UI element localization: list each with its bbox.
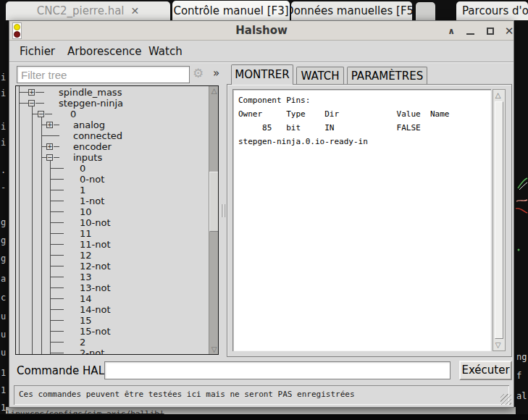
tree-collapse-icon[interactable]: −: [38, 111, 44, 117]
executer-button[interactable]: Exécuter: [459, 361, 512, 380]
bg-tab-donnees-manuelles[interactable]: Données manuelles [F5]: [291, 1, 412, 20]
tree-row[interactable]: 1-not: [16, 196, 207, 206]
tree-item-label[interactable]: 15: [80, 315, 92, 326]
tree-row[interactable]: 12: [16, 250, 207, 261]
tree-row[interactable]: 12-not: [16, 261, 207, 272]
tree-item-label[interactable]: 2: [80, 337, 85, 348]
tree-row[interactable]: 2: [16, 337, 207, 348]
tree-row[interactable]: +encoder: [16, 141, 207, 152]
tree-row[interactable]: 0: [16, 163, 207, 174]
tree-row[interactable]: 14-not: [16, 304, 207, 315]
tree-item-label[interactable]: stepgen-ninja: [59, 98, 123, 109]
tree-row[interactable]: 13-not: [16, 282, 207, 293]
tree-connector: [50, 287, 64, 288]
pin-output-area[interactable]: Component Pins: Owner Type Dir Value Nam…: [232, 89, 491, 351]
tree-row[interactable]: 2-not: [16, 348, 207, 355]
menu-watch[interactable]: Watch: [146, 41, 185, 62]
tree-item-label[interactable]: 13-not: [80, 282, 111, 293]
tree-collapse-icon[interactable]: −: [46, 154, 53, 161]
tree-item-label[interactable]: 1: [80, 185, 85, 196]
tab-close-icon[interactable]: ✕: [131, 5, 140, 17]
tree-item-label[interactable]: 0: [80, 163, 85, 174]
tree-row[interactable]: +analog: [16, 119, 207, 130]
tree-item-label[interactable]: 13: [80, 272, 92, 282]
tree-expand-icon[interactable]: +: [46, 122, 53, 128]
tree-connector: [50, 255, 64, 256]
tree-connector: [50, 331, 64, 332]
scroll-down-icon[interactable]: ▽: [209, 345, 219, 353]
scroll-up-icon[interactable]: △: [209, 87, 219, 95]
tree-row[interactable]: 14: [16, 293, 207, 304]
scroll-up-icon[interactable]: △: [493, 91, 503, 99]
tree-scrollbar[interactable]: △ ▽: [209, 86, 219, 354]
tree-connector: [50, 190, 64, 190]
tree-item-label[interactable]: 12: [80, 250, 92, 261]
tree-item-label[interactable]: encoder: [73, 141, 112, 152]
output-scrollbar-thumb[interactable]: [495, 101, 503, 339]
status-bar: Ces commandes peuvent être testées ici m…: [14, 385, 509, 405]
tree-row[interactable]: −stepgen-ninja: [16, 98, 207, 109]
bg-tab-cnc2-pierre[interactable]: CNC2_pierre.hal ✕: [6, 1, 170, 20]
tree-item-label[interactable]: 10-not: [80, 217, 111, 228]
tree-item-label[interactable]: 2-not: [80, 348, 104, 355]
tree-row[interactable]: 11-not: [16, 239, 207, 250]
chevrons-expand-icon[interactable]: »: [213, 67, 219, 80]
tree-item-label[interactable]: 14: [80, 293, 92, 304]
tree-row[interactable]: connected: [16, 130, 207, 141]
tree-connector: [54, 125, 59, 125]
maximize-button[interactable]: [483, 21, 498, 41]
tree-row[interactable]: 11: [16, 228, 207, 239]
bg-tab-stub[interactable]: [416, 2, 435, 20]
tree-item-label[interactable]: inputs: [73, 152, 102, 163]
tree-item-label[interactable]: connected: [73, 130, 122, 141]
tree-row[interactable]: 1: [16, 185, 207, 196]
resize-grip-icon[interactable]: [500, 394, 511, 405]
tree-item-label[interactable]: 0: [70, 109, 76, 119]
hal-command-input[interactable]: [104, 361, 451, 379]
tree-item-label[interactable]: 15-not: [80, 326, 111, 337]
output-scrollbar[interactable]: △ ▽: [493, 89, 506, 351]
tree-item-label[interactable]: 11-not: [80, 239, 111, 250]
tab-watch[interactable]: WATCH: [296, 67, 344, 85]
bg-tab-parcours-doutil[interactable]: Parcours d'out: [456, 1, 528, 20]
tree-row[interactable]: 13: [16, 272, 207, 282]
terminal-edge-char: i: [1, 138, 6, 148]
menu-arborescence[interactable]: Arborescence: [64, 41, 144, 62]
bg-tab-controle-manuel[interactable]: Contrôle manuel [F3]: [172, 1, 290, 20]
tree-connector: [50, 342, 64, 343]
tree-row[interactable]: 10-not: [16, 217, 207, 228]
close-button[interactable]: ✕: [502, 21, 516, 41]
tree-scrollbar-thumb[interactable]: [209, 172, 219, 232]
tree-collapse-icon[interactable]: −: [28, 100, 35, 106]
tree-item-label[interactable]: 12-not: [80, 261, 111, 272]
tree-item-label[interactable]: spindle_mass: [59, 87, 122, 98]
gear-icon[interactable]: ⚙: [193, 66, 204, 80]
tree-row[interactable]: 10: [16, 206, 207, 217]
tree-row[interactable]: +spindle_mass: [16, 87, 207, 98]
tree-expand-icon[interactable]: +: [46, 143, 53, 150]
tree-row[interactable]: −inputs: [16, 152, 207, 163]
pane-sash-handle[interactable]: [221, 204, 222, 217]
tree-expand-icon[interactable]: +: [28, 89, 35, 96]
tab-montrer[interactable]: MONTRER: [231, 64, 293, 85]
tree-item-label[interactable]: analog: [73, 119, 105, 130]
pane-sash-handle[interactable]: [224, 204, 225, 217]
filter-tree-input[interactable]: [17, 66, 190, 83]
shade-button[interactable]: ∧: [444, 21, 458, 41]
tree-item-label[interactable]: 10: [80, 206, 92, 217]
titlebar[interactable]: Halshow ∧ ✕: [9, 21, 514, 41]
tree-connector: [50, 244, 64, 245]
tree-item-label[interactable]: 11: [80, 228, 92, 239]
tab-parametres[interactable]: PARAMÈTRES: [347, 67, 427, 85]
tree-row[interactable]: −0: [16, 109, 207, 119]
tree-row[interactable]: 15: [16, 315, 207, 326]
menu-fichier[interactable]: Fichier: [17, 41, 58, 62]
bg-tab-label: Données manuelles [F5]: [291, 4, 412, 17]
scroll-down-icon[interactable]: ▽: [493, 341, 503, 349]
tree-item-label[interactable]: 1-not: [80, 196, 104, 206]
tree-row[interactable]: 15-not: [16, 326, 207, 337]
minimize-button[interactable]: [463, 21, 477, 41]
tree-row[interactable]: 0-not: [16, 174, 207, 185]
tree-item-label[interactable]: 14-not: [80, 304, 111, 315]
tree-item-label[interactable]: 0-not: [80, 174, 104, 185]
